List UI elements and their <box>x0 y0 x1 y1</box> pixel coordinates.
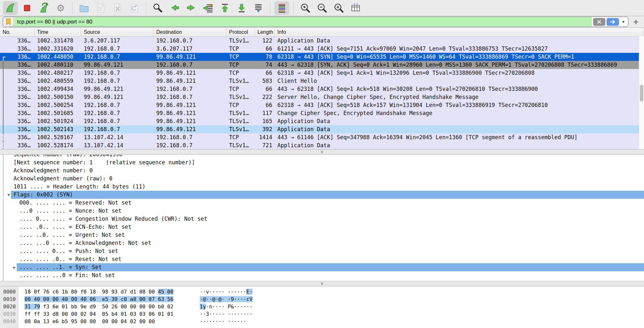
expand-arrow-icon[interactable]: ▶ <box>13 263 16 271</box>
filter-clear-button[interactable] <box>593 18 605 26</box>
packet-row[interactable]: 336…1002.52816713.107.42.14192.168.0.7TC… <box>0 133 644 141</box>
detail-line[interactable]: ▼Flags: 0x002 (SYN) <box>0 191 644 199</box>
packet-row[interactable]: 336…1002.52817413.107.42.14192.168.0.7TL… <box>0 141 644 149</box>
detail-line[interactable]: ▶.... .... ..1. = Syn: Set <box>0 263 644 271</box>
detail-line[interactable]: 000. .... .... = Reserved: Not set <box>0 199 644 207</box>
packet-row[interactable]: 336…1002.500254192.168.0.799.86.49.121TC… <box>0 101 644 109</box>
packet-row[interactable]: 336…1002.480559192.168.0.799.86.49.121TL… <box>0 77 644 85</box>
hex-ascii[interactable]: ·@··@·@· ·9····cV <box>200 295 253 303</box>
cell-src: 13.107.42.14 <box>81 133 154 141</box>
detail-line[interactable]: Acknowledgment number: 0 <box>0 167 644 175</box>
display-filter-field[interactable]: tcp.port == 80 || udp.port == 80 ▾ <box>3 16 629 27</box>
hex-bytes[interactable]: 31 79 f3 6e 01 bb 9e d9 50 26 00 00 00 0… <box>24 303 173 310</box>
detail-line[interactable]: Sequence number (raw): 2005041990 <box>0 155 644 159</box>
first-packet-button[interactable] <box>217 1 232 15</box>
hex-row[interactable]: 001000 40 00 00 40 00 40 06 e5 39 c0 a8 … <box>0 295 644 303</box>
open-file-button[interactable] <box>77 1 91 15</box>
find-packet-button[interactable] <box>150 1 165 15</box>
hex-ascii[interactable]: ··v····· ······E· <box>200 288 253 295</box>
hex-bytes[interactable]: 18 0f 76 c6 1b 80 f0 18 98 93 d7 d1 08 0… <box>24 288 173 295</box>
column-header-source[interactable]: Source <box>81 28 154 36</box>
reload-file-button[interactable] <box>127 1 142 15</box>
hex-ascii[interactable]: ··3····· ········ <box>200 310 253 318</box>
packet-row[interactable]: 336…1002.502143192.168.0.799.86.49.121TL… <box>0 125 644 133</box>
column-header-length[interactable]: Length <box>255 28 275 36</box>
detail-line[interactable]: .... ...0 .... = Acknowledgment: Not set <box>0 239 644 247</box>
hex-bytes[interactable]: 00 40 00 00 40 00 40 06 e5 39 c0 a8 00 0… <box>24 295 173 303</box>
packet-row[interactable]: 336…1002.501924192.168.0.799.86.49.121TL… <box>0 117 644 125</box>
packet-row[interactable]: 336…1002.50015099.86.49.121192.168.0.7TL… <box>0 93 644 101</box>
hex-bytes[interactable]: 08 0a 13 e6 b5 95 00 00 00 00 04 02 00 0… <box>24 318 155 325</box>
conversation-mark <box>3 109 5 117</box>
next-packet-button[interactable] <box>184 1 199 15</box>
packet-row[interactable]: 336…1002.480217192.168.0.799.86.49.121TC… <box>0 69 644 77</box>
arrow-right-icon <box>186 3 197 14</box>
pane-splitter-top[interactable] <box>0 149 644 155</box>
packet-row[interactable]: 336…1002.49943499.86.49.121192.168.0.7TC… <box>0 85 644 93</box>
detail-line[interactable]: .... .... ...0 = Fin: Not set <box>0 271 644 279</box>
hex-row[interactable]: 0030ff ff 33 d8 00 00 02 04 05 b4 01 03 … <box>0 310 644 318</box>
detail-line[interactable]: .... 0... .... = Congestion Window Reduc… <box>0 215 644 223</box>
hex-offset: 0000 <box>3 288 16 295</box>
detail-line[interactable]: .... .... .0.. = Reset: Not set <box>0 255 644 263</box>
zoom-reset-button[interactable] <box>332 1 346 15</box>
last-packet-button[interactable] <box>234 1 249 15</box>
packet-row[interactable]: 336…1002.3314783.6.207.117192.168.0.7TLS… <box>0 37 644 45</box>
column-header-no[interactable]: No. <box>0 28 34 36</box>
packet-row[interactable]: 336…1002.331620192.168.0.73.6.207.117TCP… <box>0 45 644 53</box>
hex-ascii[interactable]: 1y·n···· P&······ <box>200 303 253 310</box>
resize-columns-button[interactable] <box>348 1 363 15</box>
column-header-time[interactable]: Time <box>34 28 81 36</box>
cell-dst: 192.168.0.7 <box>154 85 226 93</box>
detail-line[interactable]: .... .... 0... = Push: Not set <box>0 247 644 255</box>
stop-capture-button[interactable] <box>20 1 34 15</box>
hex-ascii[interactable]: ········ ······ <box>200 318 246 325</box>
packet-row[interactable]: 336…1002.48011099.86.49.121192.168.0.7TC… <box>0 61 644 69</box>
cell-proto: TCP <box>226 45 255 53</box>
save-file-button[interactable] <box>93 1 108 15</box>
auto-scroll-button[interactable] <box>251 1 266 15</box>
zoom-out-button[interactable] <box>315 1 330 15</box>
cell-info: Application Data <box>275 141 644 149</box>
hex-row[interactable]: 002031 79 f3 6e 01 bb 9e d9 50 26 00 00 … <box>0 303 644 310</box>
detail-text: ...0 .... .... = Nonce: Not set <box>0 207 644 215</box>
hex-bytes[interactable]: ff ff 33 d8 00 00 02 04 05 b4 01 03 03 0… <box>24 310 173 318</box>
go-to-packet-button[interactable] <box>201 1 216 15</box>
cell-dst: 192.168.0.7 <box>154 141 226 149</box>
close-file-button[interactable] <box>110 1 125 15</box>
detail-line[interactable]: Acknowledgment number (raw): 0 <box>0 175 644 183</box>
packet-list-scrollbar[interactable] <box>639 36 644 149</box>
restart-capture-button[interactable] <box>36 1 51 15</box>
capture-options-button[interactable]: ⚙ <box>53 1 68 15</box>
column-header-info[interactable]: Info <box>275 28 644 36</box>
filter-input[interactable]: tcp.port == 80 || udp.port == 80 <box>14 17 592 26</box>
detail-line[interactable]: 1011 .... = Header Length: 44 bytes (11) <box>0 183 644 191</box>
detail-line[interactable]: .... ..0. .... = Urgent: Not set <box>0 231 644 239</box>
filter-add-button[interactable]: + <box>630 17 641 27</box>
detail-line[interactable]: [Next sequence number: 1 (relative seque… <box>0 159 644 167</box>
previous-packet-button[interactable] <box>167 1 182 15</box>
hex-row[interactable]: 004008 0a 13 e6 b5 95 00 00 00 00 04 02 … <box>0 318 644 325</box>
colorize-button[interactable] <box>274 1 289 15</box>
filter-buttons: ▾ <box>592 17 628 26</box>
scrollbar-thumb[interactable] <box>640 85 643 101</box>
cell-proto: TCP <box>226 69 255 77</box>
filter-apply-button[interactable] <box>607 18 619 26</box>
pane-splitter-bottom[interactable] <box>0 281 644 286</box>
main-toolbar: ⚙ <box>0 0 644 16</box>
zoom-in-button[interactable] <box>298 1 313 15</box>
detail-line[interactable]: .... .0.. .... = ECN-Echo: Not set <box>0 223 644 231</box>
start-capture-button[interactable] <box>3 1 18 15</box>
column-header-destination[interactable]: Destination <box>154 28 226 36</box>
column-header-protocol[interactable]: Protocol <box>226 28 255 36</box>
expand-arrow-icon[interactable]: ▼ <box>7 191 10 199</box>
packet-row[interactable]: 336…1002.501685192.168.0.799.86.49.121TL… <box>0 109 644 117</box>
cell-len: 66 <box>255 69 275 77</box>
detail-line[interactable]: ...0 .... .... = Nonce: Not set <box>0 207 644 215</box>
cell-dst: 99.86.49.121 <box>154 53 226 61</box>
hex-row[interactable]: 000018 0f 76 c6 1b 80 f0 18 98 93 d7 d1 … <box>0 288 644 295</box>
packet-row[interactable]: 336…1002.448050192.168.0.799.86.49.121TC… <box>0 53 644 61</box>
filter-toolbar: tcp.port == 80 || udp.port == 80 ▾ + <box>0 16 644 28</box>
bookmark-icon[interactable] <box>3 17 14 26</box>
filter-dropdown-arrow[interactable]: ▾ <box>620 19 627 24</box>
